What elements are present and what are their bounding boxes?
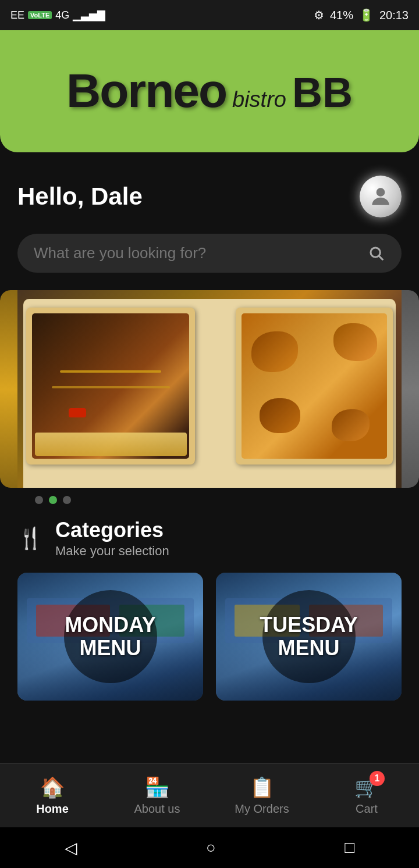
status-bar: EE VoLTE 4G ▁▃▅▇ ⚙ 41% 🔋 20:13 <box>0 0 419 30</box>
brand-initials: BB <box>292 69 353 116</box>
categories-section: 🍴 Categories Make your selection MONDAY <box>17 518 402 701</box>
carousel-dot-3[interactable] <box>63 496 71 504</box>
app-header: Borneo bistro BB <box>0 30 419 152</box>
status-left: EE VoLTE 4G ▁▃▅▇ <box>10 9 105 22</box>
nav-my-orders-label: My Orders <box>235 802 289 816</box>
back-button[interactable]: ◁ <box>65 838 77 858</box>
nav-about-us[interactable]: 🏪 About us <box>122 776 192 816</box>
carousel-left-peek <box>0 290 17 488</box>
search-icon <box>368 245 385 262</box>
carousel-dots <box>17 488 402 512</box>
svg-point-1 <box>371 248 380 257</box>
categories-header: 🍴 Categories Make your selection <box>17 518 402 559</box>
carousel-dot-2[interactable] <box>49 496 57 504</box>
category-grid: MONDAY MENU TUESDAY MENU <box>17 573 402 701</box>
battery-label: 41% <box>330 9 353 22</box>
user-icon <box>368 184 393 209</box>
bluetooth-icon: ⚙ <box>314 8 324 22</box>
nav-my-orders[interactable]: 📋 My Orders <box>227 776 297 816</box>
brand-row: Borneo bistro BB <box>66 67 353 116</box>
monday-menu-label: MONDAY MENU <box>65 613 156 659</box>
carousel-right-peek <box>402 290 419 488</box>
food-image <box>17 290 402 488</box>
tuesday-menu-overlay: TUESDAY MENU <box>262 590 356 683</box>
tuesday-menu-card[interactable]: TUESDAY MENU <box>216 573 402 701</box>
signal-bars: ▁▃▅▇ <box>73 9 105 22</box>
nav-cart-label: Cart <box>356 802 378 816</box>
svg-line-2 <box>379 256 383 260</box>
tuesday-menu-label: TUESDAY MENU <box>260 613 358 659</box>
carousel-main-slide <box>17 290 402 488</box>
time-label: 20:13 <box>379 9 409 22</box>
recent-button[interactable]: □ <box>345 838 354 857</box>
monday-menu-overlay: MONDAY MENU <box>64 590 157 683</box>
avatar[interactable] <box>360 176 402 217</box>
status-right: ⚙ 41% 🔋 20:13 <box>314 8 409 22</box>
nav-home[interactable]: 🏠 Home <box>17 776 87 816</box>
home-icon: 🏠 <box>40 776 65 799</box>
bottom-nav: 🏠 Home 🏪 About us 📋 My Orders 🛒 1 Cart <box>0 763 419 827</box>
brand-sub: bistro <box>232 87 286 112</box>
nav-about-us-label: About us <box>134 802 180 816</box>
about-us-icon: 🏪 <box>145 776 169 799</box>
volte-badge: VoLTE <box>28 11 52 19</box>
carrier-label: EE <box>10 9 24 22</box>
categories-subtitle: Make your selection <box>55 544 169 559</box>
hello-row: Hello, Dale <box>17 176 402 217</box>
nav-home-label: Home <box>36 802 69 816</box>
categories-title: Categories <box>55 518 169 542</box>
monday-menu-card[interactable]: MONDAY MENU <box>17 573 203 701</box>
greeting-text: Hello, Dale <box>17 183 143 210</box>
home-button[interactable]: ○ <box>206 838 216 857</box>
categories-title-block: Categories Make your selection <box>55 518 169 559</box>
search-input[interactable] <box>34 244 360 262</box>
nav-cart[interactable]: 🛒 1 Cart <box>332 776 402 816</box>
main-content: Hello, Dale <box>0 152 419 817</box>
fork-knife-icon: 🍴 <box>17 526 44 551</box>
brand-name: Borneo <box>66 67 226 115</box>
cart-badge-wrapper: 🛒 1 <box>354 776 379 799</box>
carousel-dot-1[interactable] <box>35 496 43 504</box>
battery-icon: 🔋 <box>359 8 374 22</box>
android-nav: ◁ ○ □ <box>0 827 419 868</box>
search-bar[interactable] <box>17 234 402 273</box>
network-label: 4G <box>55 9 69 22</box>
food-carousel[interactable] <box>0 290 419 488</box>
cart-badge: 1 <box>370 771 385 786</box>
svg-point-0 <box>377 188 385 197</box>
my-orders-icon: 📋 <box>250 776 274 799</box>
